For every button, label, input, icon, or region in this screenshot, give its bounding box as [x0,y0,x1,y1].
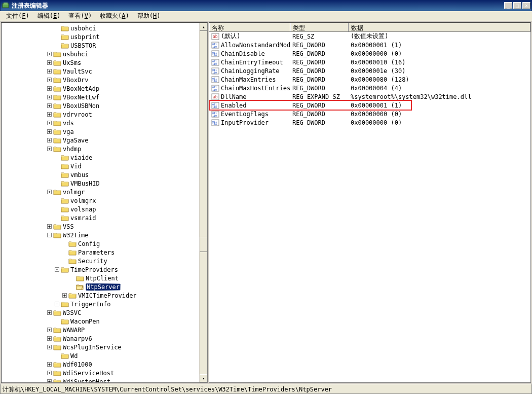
tree-node-label[interactable]: USBSTOR [70,42,96,49]
expando-icon[interactable]: + [47,103,52,108]
tree-node[interactable]: +UxSms [2,58,207,67]
tree-node-label[interactable]: Wd [70,352,78,360]
tree-node[interactable]: NtpServer [2,282,207,291]
tree-node[interactable]: vmbus [2,170,207,179]
expando-icon[interactable]: + [47,60,52,65]
tree-node-label[interactable]: Parameters [78,249,115,256]
list-row[interactable]: 011110ChainMaxEntriesREG_DWORD0x00000080… [209,75,530,84]
tree-node-label[interactable]: vga [63,128,74,135]
expando-icon[interactable]: + [47,112,52,117]
tree-node-label[interactable]: W3SVC [63,309,81,316]
tree-node[interactable]: +Wdf01000 [2,360,207,369]
tree-node[interactable]: Security [2,257,207,265]
tree-node-label[interactable]: VMBusHID [70,180,100,187]
scroll-up-button[interactable]: ▴ [200,23,208,31]
list-row[interactable]: 011110ChainEntryTimeoutREG_DWORD0x000000… [209,58,530,66]
expando-icon[interactable]: + [47,95,52,99]
tree-node-label[interactable]: Config [78,240,100,247]
tree-node[interactable]: +VBoxDrv [2,76,207,84]
expando-icon[interactable]: + [47,147,52,151]
expando-icon[interactable]: - [47,233,52,237]
menu-edit[interactable]: 编辑(E) [33,11,65,21]
tree-node-label[interactable]: VMICTimeProvider [78,292,137,299]
tree-node-label[interactable]: UxSms [63,59,81,66]
expando-icon[interactable]: + [47,190,52,194]
col-header-name[interactable]: 名称 [209,23,290,31]
expando-icon[interactable]: + [47,328,52,332]
value-name-cell[interactable]: 011110ChainMaxHostEntries [209,85,290,92]
tree-node-label[interactable]: vds [63,120,74,127]
tree-node-label[interactable]: usbuhci [63,51,89,58]
value-name-cell[interactable]: 011110ChainMaxEntries [209,76,290,83]
tree-node-label[interactable]: WdiSystemHost [63,378,110,383]
list-row[interactable]: 011110EventLogFlagsREG_DWORD0x00000000 (… [209,110,530,118]
tree-node-label[interactable]: VBoxDrv [63,77,89,84]
tree-node-label[interactable]: TimeProviders [70,266,118,273]
expando-icon[interactable]: + [62,293,67,298]
value-name-cell[interactable]: 011110Enabled [209,102,290,109]
tree-node[interactable]: Parameters [2,248,207,257]
tree-node[interactable]: +VaultSvc [2,67,207,76]
expando-icon[interactable]: + [47,224,52,229]
tree-node[interactable]: NtpClient [2,274,207,282]
tree-node-label[interactable]: WacomPen [70,318,100,325]
value-name-cell[interactable]: 011110AllowNonstandardMod... [209,42,290,49]
registry-tree[interactable]: usbohciusbprintUSBSTOR+usbuhci+UxSms+Vau… [2,23,207,383]
tree-node[interactable]: +VSS [2,222,207,231]
tree-node-label[interactable]: usbohci [70,25,96,32]
values-list[interactable]: ab(默认)REG_SZ(数值未设置)011110AllowNonstandar… [209,32,530,127]
tree-node[interactable]: -W32Time [2,231,207,239]
close-button[interactable]: × [522,2,530,9]
tree-node[interactable]: volmgrx [2,196,207,205]
tree-node-label[interactable]: TriggerInfo [70,301,110,308]
tree-node[interactable]: +WANARP [2,326,207,334]
tree-node[interactable]: WacomPen [2,317,207,326]
expando-icon[interactable]: + [47,336,52,341]
tree-node-label[interactable]: volmgrx [70,197,96,204]
expando-icon[interactable]: - [55,267,59,272]
tree-node-label[interactable]: VBoxUSBMon [63,102,99,110]
menu-file[interactable]: 文件(F) [2,11,33,21]
tree-node[interactable]: +volmgr [2,188,207,196]
expando-icon[interactable]: + [47,362,52,367]
list-row[interactable]: ab(默认)REG_SZ(数值未设置) [209,32,530,41]
tree-node[interactable]: +VBoxNetLwf [2,93,207,101]
expando-icon[interactable]: + [47,345,52,349]
list-row[interactable]: 011110EnabledREG_DWORD0x00000001 (1) [209,101,530,110]
col-header-type[interactable]: 类型 [290,23,349,31]
tree-node[interactable]: usbohci [2,24,207,32]
tree-node-label[interactable]: WdiServiceHost [63,370,114,377]
value-name-cell[interactable]: 011110ChainLoggingRate [209,67,290,75]
tree-node[interactable]: VMBusHID [2,179,207,188]
tree-node-label[interactable]: usbprint [70,33,100,41]
tree-node[interactable]: +WdiSystemHost [2,377,207,383]
tree-node[interactable]: viaide [2,153,207,162]
tree-node[interactable]: +vds [2,119,207,127]
minimize-button[interactable]: _ [504,2,512,9]
list-row[interactable]: 011110ChainMaxHostEntriesREG_DWORD0x0000… [209,84,530,92]
tree-node[interactable]: usbprint [2,32,207,41]
tree-node-label[interactable]: WcsPlugInService [63,344,122,351]
tree-node[interactable]: +VMICTimeProvider [2,291,207,300]
tree-node[interactable]: +vhdmp [2,145,207,153]
tree-node[interactable]: +TriggerInfo [2,300,207,308]
tree-node-label[interactable]: VBoxNetAdp [63,85,99,92]
tree-node-label[interactable]: Vid [70,163,82,170]
tree-node[interactable]: +vdrvroot [2,110,207,119]
tree-node-label[interactable]: vsmraid [70,214,96,222]
tree-node-label[interactable]: vhdmp [63,146,81,153]
tree-node[interactable]: USBSTOR [2,41,207,50]
expando-icon[interactable]: + [47,129,52,134]
list-row[interactable]: 011110InputProviderREG_DWORD0x00000000 (… [209,118,530,127]
tree-node-label[interactable]: VSS [63,223,74,230]
tree-node[interactable]: +W3SVC [2,308,207,317]
vertical-scrollbar[interactable]: ▴ ▾ [199,23,207,382]
tree-node[interactable]: volsnap [2,205,207,213]
tree-node[interactable]: +WdiServiceHost [2,369,207,377]
expando-icon[interactable]: + [47,52,52,56]
value-name-cell[interactable]: 011110InputProvider [209,119,290,126]
value-name-cell[interactable]: 011110ChainEntryTimeout [209,59,290,66]
tree-node[interactable]: vsmraid [2,213,207,222]
tree-node-label[interactable]: viaide [70,154,92,161]
expando-icon[interactable]: + [55,302,59,306]
